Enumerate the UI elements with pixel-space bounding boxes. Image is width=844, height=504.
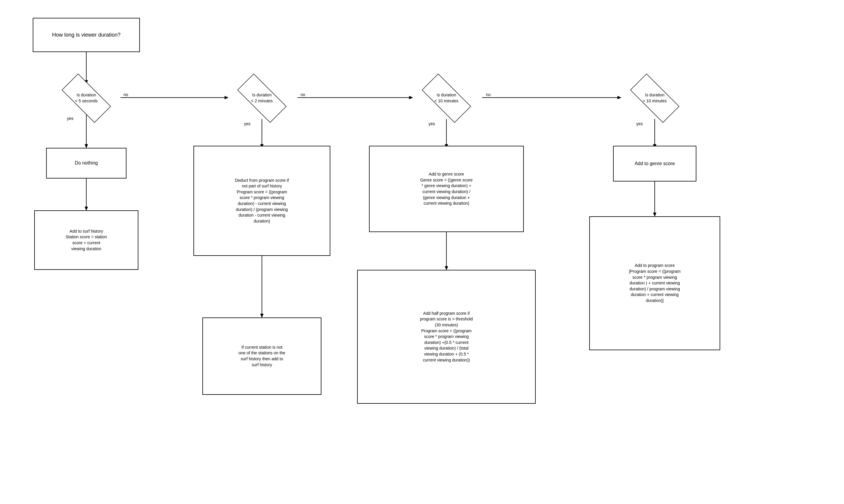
diamond3: Is duration< 10 minutes	[412, 82, 481, 114]
add-genre-score-box: Add to genre score Genre score = ((genre…	[369, 146, 524, 232]
half-program-score-box: Add half program score if program score …	[357, 270, 536, 404]
add-genre-score-right-box: Add to genre score	[613, 146, 696, 181]
svg-marker-17	[85, 207, 88, 210]
svg-marker-21	[445, 266, 448, 270]
label-yes4: yes	[636, 121, 643, 126]
label-yes1: yes	[67, 116, 73, 121]
svg-marker-3	[85, 144, 88, 148]
diamond2: Is duration< 2 minutes	[228, 82, 296, 114]
do-nothing-box: Do nothing	[46, 148, 126, 179]
label-no2: no	[301, 92, 305, 97]
svg-marker-23	[653, 213, 656, 216]
flowchart: How long is viewer duration? Is duration…	[0, 0, 844, 504]
surf-history-check-box: If current station is not one of the sta…	[202, 318, 321, 395]
svg-marker-19	[261, 314, 263, 318]
label-yes2: yes	[244, 121, 251, 126]
label-yes3: yes	[429, 121, 435, 126]
surf-history-box: Add to surf history Station score = stat…	[34, 210, 138, 270]
add-program-score-box: Add to program score [Program score = ((…	[589, 216, 720, 350]
label-no3: no	[486, 92, 491, 97]
label-no1: no	[124, 92, 128, 97]
diamond1: Is duration< 5 seconds	[52, 82, 121, 114]
diamond4: Is duration> 10 minutes	[621, 82, 689, 114]
deduct-program-score-box: Deduct from program score if not part of…	[194, 146, 330, 256]
start-box: How long is viewer duration?	[33, 18, 140, 52]
